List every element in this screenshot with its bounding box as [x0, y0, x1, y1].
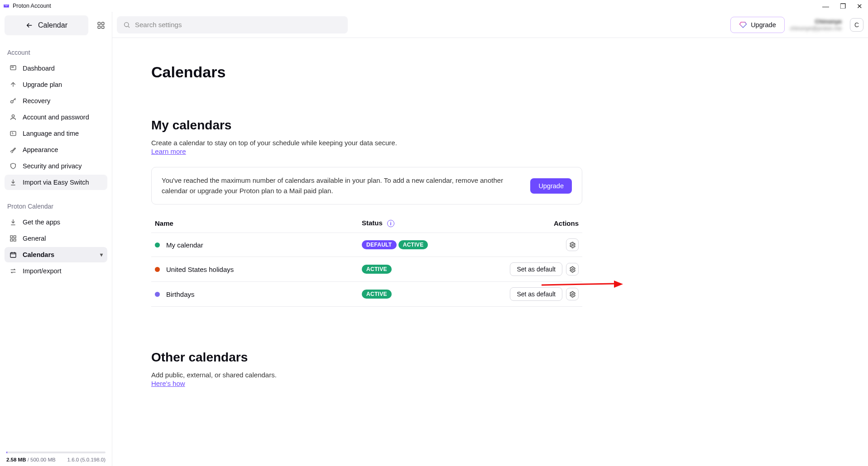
upgrade-icon — [9, 81, 17, 88]
sidebar-item-label: General — [23, 235, 46, 242]
sidebar-item-general[interactable]: General — [5, 231, 107, 246]
sidebar-item-language-time[interactable]: Language and time — [5, 126, 107, 141]
key-icon — [9, 97, 17, 105]
avatar[interactable]: C — [850, 18, 863, 32]
my-calendars-section: My calendars Create a calendar to stay o… — [151, 118, 582, 307]
apps-grid-button[interactable] — [95, 19, 107, 32]
sidebar-item-label: Appearance — [23, 146, 58, 153]
active-badge: ACTIVE — [398, 240, 428, 249]
calendar-name-cell: My calendar — [151, 233, 358, 257]
sidebar-item-label: Import via Easy Switch — [23, 179, 89, 186]
col-name: Name — [151, 214, 358, 233]
gear-icon — [569, 291, 576, 298]
learn-more-link[interactable]: Learn more — [151, 147, 186, 155]
my-calendars-desc: Create a calendar to stay on top of your… — [151, 139, 582, 147]
svg-point-7 — [11, 100, 13, 103]
brush-icon — [9, 146, 17, 153]
window-minimize-button[interactable]: — — [822, 3, 829, 10]
import-icon — [9, 179, 17, 186]
calendars-table: Name Status i Actions My calendarDEFAULT… — [151, 214, 582, 307]
sidebar-item-recovery[interactable]: Recovery — [5, 93, 107, 109]
table-row: BirthdaysACTIVESet as default — [151, 282, 582, 307]
calendar-name-cell: Birthdays — [151, 282, 358, 307]
sidebar-item-calendars[interactable]: Calendars ▾ — [5, 247, 107, 262]
calendar-settings-button[interactable] — [566, 288, 579, 300]
calendar-name-cell: United States holidays — [151, 257, 358, 282]
gear-icon — [569, 242, 576, 248]
calendar-color-dot — [155, 267, 160, 272]
download-icon — [9, 219, 17, 226]
sidebar-item-label: Calendars — [23, 251, 54, 258]
svg-rect-10 — [10, 236, 13, 238]
set-default-button[interactable]: Set as default — [510, 287, 562, 301]
window-maximize-button[interactable]: ❐ — [840, 3, 846, 10]
back-to-calendar-button[interactable]: Calendar — [5, 15, 88, 35]
set-default-button[interactable]: Set as default — [510, 262, 562, 276]
search-settings[interactable] — [117, 16, 348, 33]
user-email: chinonye@proton.me — [790, 25, 842, 32]
info-icon[interactable]: i — [387, 220, 394, 227]
calendar-name: United States holidays — [166, 266, 234, 273]
notice-upgrade-button[interactable]: Upgrade — [530, 178, 572, 194]
calendar-settings-button[interactable] — [566, 238, 579, 251]
svg-point-5 — [12, 67, 12, 67]
window-title: Proton Account — [13, 3, 51, 9]
upgrade-button[interactable]: Upgrade — [730, 17, 785, 33]
calendar-icon — [9, 251, 17, 258]
chevron-down-icon: ▾ — [100, 252, 103, 258]
window-titlebar: Proton Account — ❐ ✕ — [0, 0, 868, 12]
main-area: Upgrade Chinonye chinonye@proton.me C Ca… — [112, 12, 868, 466]
sidebar-item-import-export[interactable]: Import/export — [5, 263, 107, 279]
calendar-actions-cell: Set as default — [488, 282, 582, 307]
user-icon — [9, 114, 17, 121]
gear-icon — [569, 266, 576, 273]
window-close-button[interactable]: ✕ — [857, 3, 863, 10]
active-badge: ACTIVE — [362, 265, 392, 274]
search-icon — [123, 21, 130, 29]
svg-marker-20 — [614, 281, 623, 288]
sidebar-footer: 2.58 MB / 500.00 MB 1.6.0 (5.0.198.0) — [5, 449, 107, 466]
sidebar-item-label: Recovery — [23, 97, 50, 105]
svg-rect-12 — [10, 239, 13, 241]
sidebar-item-security-privacy[interactable]: Security and privacy — [5, 158, 107, 174]
app-version: 1.6.0 (5.0.198.0) — [67, 457, 106, 462]
other-calendars-section: Other calendars Add public, external, or… — [151, 350, 582, 387]
sidebar-item-upgrade-plan[interactable]: Upgrade plan — [5, 77, 107, 92]
sidebar-item-label: Security and privacy — [23, 162, 82, 170]
active-badge: ACTIVE — [362, 290, 392, 299]
storage-bar — [6, 452, 106, 453]
my-calendars-heading: My calendars — [151, 118, 582, 133]
storage-text: 2.58 MB / 500.00 MB — [6, 457, 56, 462]
other-calendars-desc: Add public, external, or shared calendar… — [151, 371, 582, 379]
content-scroll[interactable]: Calendars My calendars Create a calendar… — [112, 38, 868, 466]
calendar-settings-button[interactable] — [566, 263, 579, 276]
grid-icon — [9, 235, 17, 242]
notice-text: You've reached the maximum number of cal… — [162, 176, 518, 196]
user-menu[interactable]: Chinonye chinonye@proton.me — [790, 18, 842, 32]
svg-point-15 — [125, 22, 129, 26]
svg-point-16 — [571, 244, 573, 246]
sidebar-item-dashboard[interactable]: Dashboard — [5, 61, 107, 76]
sidebar-item-label: Language and time — [23, 130, 79, 137]
svg-rect-11 — [14, 236, 16, 238]
topbar: Upgrade Chinonye chinonye@proton.me C — [112, 12, 868, 38]
col-status: Status i — [358, 214, 488, 233]
sidebar-item-import-easy-switch[interactable]: Import via Easy Switch — [5, 175, 107, 190]
plan-limit-notice: You've reached the maximum number of cal… — [151, 167, 582, 204]
calendar-status-cell: DEFAULT ACTIVE — [358, 233, 488, 257]
svg-point-6 — [13, 67, 13, 67]
calendar-color-dot — [155, 243, 160, 247]
sidebar-item-appearance[interactable]: Appearance — [5, 142, 107, 157]
heres-how-link[interactable]: Here's how — [151, 380, 185, 387]
default-badge: DEFAULT — [362, 240, 397, 249]
calendar-actions-cell: Set as default — [488, 257, 582, 282]
sidebar-item-account-password[interactable]: Account and password — [5, 109, 107, 125]
swap-icon — [9, 267, 17, 275]
svg-point-17 — [571, 268, 573, 270]
sidebar-item-get-apps[interactable]: Get the apps — [5, 214, 107, 230]
svg-rect-2 — [98, 26, 100, 29]
table-row: My calendarDEFAULT ACTIVE — [151, 233, 582, 257]
search-input[interactable] — [135, 21, 341, 29]
language-icon — [9, 130, 17, 137]
svg-rect-13 — [14, 239, 16, 241]
